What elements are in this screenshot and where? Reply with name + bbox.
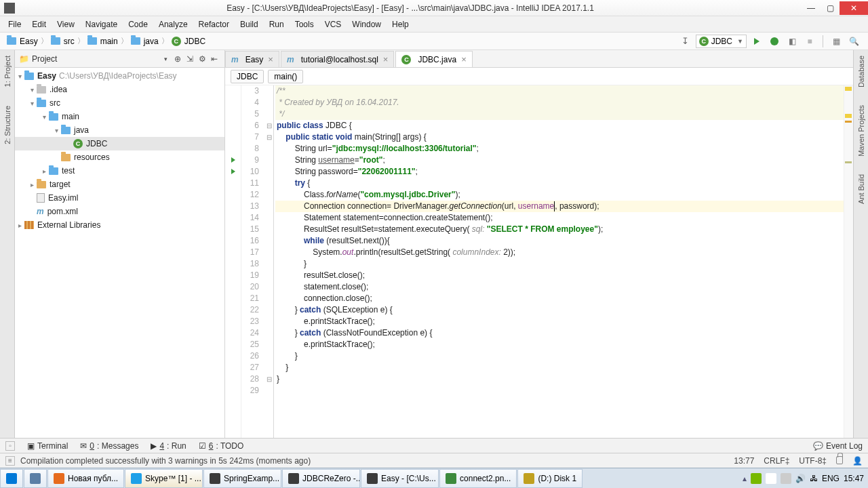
menu-code[interactable]: Code [123, 18, 153, 31]
language-indicator[interactable]: ENG [822, 474, 840, 483]
hide-icon[interactable]: ⇤ [208, 53, 220, 65]
menu-view[interactable]: View [52, 18, 80, 31]
error-stripe[interactable] [844, 85, 853, 438]
warning-marker[interactable] [845, 121, 852, 123]
tool-button[interactable]: 1: Project [3, 53, 12, 89]
class-icon: C [401, 55, 411, 64]
debug-button[interactable] [767, 34, 782, 49]
tray-up-icon[interactable]: ▴ [743, 474, 747, 483]
fold-gutter[interactable]: ⊟⊟⊟ [264, 85, 274, 438]
taskbar-button[interactable]: JDBCReZero -... [282, 469, 360, 488]
line-separator[interactable]: CRLF‡ [764, 456, 789, 466]
tree-root[interactable]: ▾EasyC:\Users\УВД\IdeaProjects\Easy [15, 69, 224, 83]
tool-window-button[interactable]: ▣Terminal [27, 441, 68, 451]
tree-item[interactable]: ▾java [15, 123, 224, 137]
editor-tab[interactable]: mEasy× [225, 51, 279, 67]
tray-icon[interactable] [766, 473, 776, 484]
code-crumb[interactable]: JDBC [231, 70, 264, 83]
status-menu-icon[interactable]: ≡ [5, 456, 15, 466]
tray-icon[interactable] [781, 473, 791, 484]
tree-item[interactable]: ▸target [15, 178, 224, 191]
coverage-button[interactable]: ◧ [785, 34, 800, 49]
collapse-icon[interactable]: ⇲ [184, 53, 196, 65]
taskbar-button[interactable]: connect2.pn... [439, 469, 517, 488]
tree-item[interactable]: ▾main [15, 110, 224, 123]
taskbar-button[interactable]: Skype™ [1] - ... [125, 469, 203, 488]
tray-icon[interactable] [751, 473, 762, 484]
menu-file[interactable]: File [3, 18, 26, 31]
breadcrumb-item[interactable]: main [83, 34, 122, 49]
tree-item[interactable]: ▸test [15, 164, 224, 178]
search-everywhere-icon[interactable]: 🔍 [846, 34, 861, 49]
menu-navigate[interactable]: Navigate [80, 18, 123, 31]
build-icon[interactable]: ↧ [678, 34, 693, 49]
menu-analyze[interactable]: Analyze [153, 18, 193, 31]
tool-window-toggle-icon[interactable]: ▫ [5, 441, 15, 451]
warning-marker[interactable] [845, 87, 852, 91]
tool-button[interactable]: Maven Projects [857, 102, 865, 159]
editor-tab[interactable]: mtutorial@localhost.sql× [281, 51, 395, 67]
tool-window-button[interactable]: ✉0: Messages [80, 441, 138, 451]
taskbar-button[interactable]: (D:) Disk 1 [517, 469, 583, 488]
scope-dropdown-icon[interactable]: ▾ [159, 53, 172, 65]
autoscroll-icon[interactable]: ⊕ [172, 53, 184, 65]
code-content[interactable]: /** * Created by УВД on 16.04.2017. */pu… [274, 85, 844, 438]
settings-icon[interactable]: ⚙ [196, 53, 208, 65]
tool-window-button[interactable]: ▶4: Run [151, 441, 186, 451]
maximize-button[interactable]: ▢ [821, 1, 840, 15]
run-button[interactable] [749, 34, 764, 49]
menu-window[interactable]: Window [347, 18, 387, 31]
editor-tab[interactable]: CJDBC.java× [395, 51, 472, 67]
file-encoding[interactable]: UTF-8‡ [799, 456, 827, 466]
menu-vcs[interactable]: VCS [319, 18, 347, 31]
tree-item[interactable]: ▾.idea [15, 83, 224, 96]
info-marker[interactable] [845, 161, 852, 163]
code-crumb[interactable]: main() [268, 70, 303, 83]
stop-button[interactable]: ■ [802, 34, 817, 49]
close-icon[interactable]: × [461, 54, 467, 64]
network-icon[interactable]: 🖧 [810, 474, 818, 483]
breadcrumb-item[interactable]: java [127, 34, 163, 49]
tool-button[interactable]: 2: Structure [3, 103, 12, 147]
tree-item[interactable]: ▸External Libraries [15, 218, 224, 232]
tree-item[interactable]: resources [15, 150, 224, 164]
caret-position[interactable]: 13:77 [734, 456, 754, 466]
line-gutter[interactable]: 3456789101112131415161718192021222324252… [241, 85, 264, 438]
close-icon[interactable]: × [268, 54, 273, 64]
event-log-button[interactable]: 💬 Event Log [813, 441, 863, 451]
taskbar-button[interactable] [0, 469, 23, 488]
menu-help[interactable]: Help [387, 18, 414, 31]
clock[interactable]: 15:47 [844, 474, 864, 483]
menu-tools[interactable]: Tools [290, 18, 319, 31]
menu-build[interactable]: Build [235, 18, 264, 31]
menu-refactor[interactable]: Refactor [193, 18, 235, 31]
project-tree[interactable]: ▾EasyC:\Users\УВД\IdeaProjects\Easy▾.ide… [15, 68, 224, 438]
lock-icon[interactable] [836, 456, 843, 464]
close-icon[interactable]: × [383, 54, 389, 64]
minimize-button[interactable]: — [802, 1, 821, 15]
breadcrumb-item[interactable]: Easy [3, 34, 42, 49]
taskbar-button[interactable]: SpringExamp... [203, 469, 281, 488]
tool-button[interactable]: Database [857, 53, 865, 90]
menu-run[interactable]: Run [264, 18, 290, 31]
tree-item[interactable]: ▾src [15, 96, 224, 110]
tool-button[interactable]: Ant Build [857, 171, 865, 207]
inspection-icon[interactable]: 👤 [852, 456, 863, 466]
tree-item[interactable]: CJDBC [15, 137, 224, 150]
taskbar-button[interactable]: Easy - [C:\Us... [361, 469, 439, 488]
run-gutter[interactable] [225, 85, 241, 438]
volume-icon[interactable]: 🔊 [795, 474, 806, 483]
tree-item[interactable]: Easy.iml [15, 191, 224, 205]
tool-window-button[interactable]: ☑6: TODO [199, 441, 244, 451]
run-config-select[interactable]: C JDBC ▼ [696, 35, 747, 48]
menu-edit[interactable]: Edit [26, 18, 52, 31]
taskbar-button[interactable]: Новая публ... [47, 469, 124, 488]
warning-marker[interactable] [845, 114, 852, 118]
taskbar-button[interactable] [24, 469, 47, 488]
breadcrumb-item[interactable]: CJDBC [167, 34, 210, 49]
close-button[interactable]: ✕ [840, 1, 868, 15]
tree-item[interactable]: mpom.xml [15, 205, 224, 218]
breadcrumb-item[interactable]: src [47, 34, 79, 49]
layout-icon[interactable]: ▦ [829, 34, 844, 49]
system-tray[interactable]: ▴ 🔊 🖧 ENG 15:47 [738, 473, 868, 484]
